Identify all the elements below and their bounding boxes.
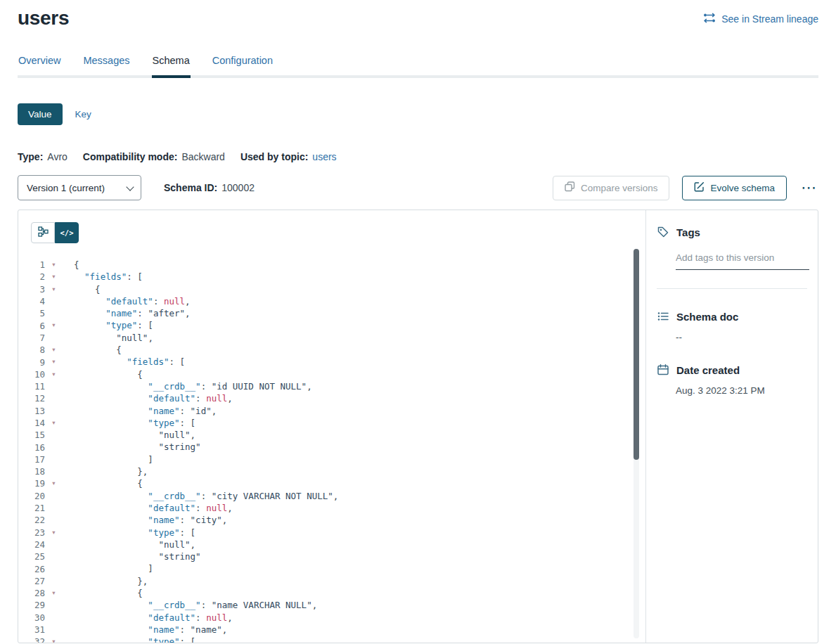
calendar-icon [657,363,669,376]
evolve-schema-button[interactable]: Evolve schema [682,176,787,200]
type-label: Type: [18,151,43,162]
code-text: "default": null, [74,392,233,404]
fold-toggle-icon[interactable]: ▾ [49,283,59,295]
code-text: "null", [74,332,153,344]
line-number: 13 [18,406,45,416]
code-line: 30 "default": null, [18,612,645,624]
line-number: 12 [18,393,45,404]
type-value: Avro [47,151,67,162]
more-options-button[interactable]: ⋯ [799,181,818,195]
value-toggle-button[interactable]: Value [18,103,63,125]
tab-overview[interactable]: Overview [18,51,61,75]
code-line: 27 }, [18,575,645,587]
code-text: { [74,587,143,599]
line-number: 23 [18,527,45,538]
line-number: 19 [18,478,45,489]
schema-doc-title: Schema doc [676,311,738,323]
code-text: "__crdb__": "city VARCHAR NOT NULL", [74,490,338,502]
code-text: "string" [74,550,201,562]
code-line: 5 "name": "after", [18,307,645,319]
line-number: 18 [18,466,45,477]
schema-doc-section: Schema doc -- [657,310,807,342]
schema-editor: </> 1▾{2▾ "fields": [3▾ {4 "default": nu… [18,210,645,643]
code-line: 15 "null", [18,429,645,441]
code-line: 3▾ { [18,283,645,295]
schema-doc-value: -- [676,332,807,342]
line-number: 26 [18,564,45,574]
scrollbar-thumb[interactable] [634,249,639,460]
stream-lineage-link[interactable]: See in Stream lineage [703,13,818,25]
fold-toggle-icon[interactable]: ▾ [49,477,59,489]
toolbar-actions: Compare versions Evolve schema ⋯ [553,176,818,200]
code-text: "default": null, [74,502,233,514]
code-text: }, [74,465,148,477]
page-title: users [18,7,69,30]
fold-toggle-icon[interactable]: ▾ [49,587,59,599]
fold-toggle-icon[interactable]: ▾ [49,417,59,429]
code-text: "__crdb__": "name VARCHAR NULL", [74,599,317,611]
code-text: "default": null, [74,295,191,307]
tab-schema[interactable]: Schema [152,51,191,78]
topic-link[interactable]: users [312,151,336,162]
code-lines: 1▾{2▾ "fields": [3▾ {4 "default": null,5… [18,259,645,643]
fold-toggle-icon[interactable]: ▾ [49,636,59,643]
code-text: "fields": [ [74,356,185,368]
line-number: 22 [18,515,45,525]
line-number: 5 [18,308,45,318]
date-created-value: Aug. 3 2022 3:21 PM [676,385,807,396]
code-text: { [74,259,79,271]
date-created-header: Date created [657,363,807,376]
code-text: { [74,283,101,295]
code-line: 28▾ { [18,587,645,599]
line-number: 28 [18,588,45,598]
key-toggle-button[interactable]: Key [70,103,97,125]
tab-messages[interactable]: Messages [82,51,130,75]
code-line: 12 "default": null, [18,392,645,404]
date-created-section: Date created Aug. 3 2022 3:21 PM [657,363,807,396]
line-number: 8 [18,344,45,355]
version-select[interactable]: Version 1 (current) [18,175,141,200]
fold-toggle-icon[interactable]: ▾ [49,344,59,356]
schema-doc-header: Schema doc [657,310,807,323]
code-line: 29 "__crdb__": "name VARCHAR NULL", [18,599,645,611]
code-area: 1▾{2▾ "fields": [3▾ {4 "default": null,5… [18,259,645,643]
code-line: 8▾ { [18,344,645,356]
code-line: 9▾ "fields": [ [18,356,645,368]
line-number: 29 [18,600,45,610]
fold-toggle-icon[interactable]: ▾ [49,356,59,368]
list-icon [657,310,669,323]
line-number: 30 [18,612,45,623]
date-created-title: Date created [676,364,740,376]
code-line: 32▾ "type": [ [18,636,645,643]
line-number: 7 [18,333,45,343]
fold-toggle-icon[interactable]: ▾ [49,319,59,331]
schema-id: Schema ID:100002 [164,182,255,193]
schema-id-value: 100002 [221,182,255,193]
code-view-button[interactable]: </> [55,222,79,243]
tags-section-header: Tags [657,226,807,238]
code-line: 25 "string" [18,550,645,562]
code-text: "name": "city", [74,514,227,526]
code-text: "fields": [ [74,271,143,283]
code-line: 24 "null", [18,539,645,550]
code-line: 14▾ "type": [ [18,417,645,429]
topic-label: Used by topic: [240,151,308,162]
tree-view-button[interactable] [31,222,55,243]
code-text: "name": "id", [74,405,217,417]
fold-toggle-icon[interactable]: ▾ [49,259,59,271]
compare-versions-button[interactable]: Compare versions [553,176,670,200]
add-tags-input[interactable] [676,250,809,270]
line-number: 24 [18,539,45,550]
tree-view-icon [38,226,49,239]
fold-toggle-icon[interactable]: ▾ [49,271,59,283]
tab-configuration[interactable]: Configuration [212,51,274,75]
code-text: "name": "after", [74,307,191,319]
version-sidebar: Tags Schema doc -- [645,210,818,643]
code-line: 18 }, [18,465,645,477]
code-text: ] [74,453,153,465]
code-text: "type": [ [74,417,195,429]
evolve-schema-label: Evolve schema [710,183,775,193]
fold-toggle-icon[interactable]: ▾ [49,368,59,380]
fold-toggle-icon[interactable]: ▾ [49,527,59,539]
compatibility-label: Compatibility mode: [83,151,178,162]
